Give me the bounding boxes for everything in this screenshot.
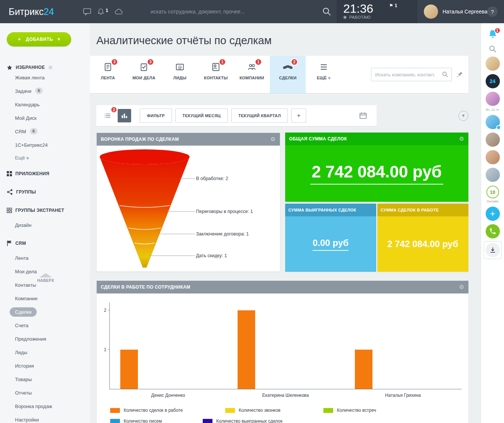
sidebar-item-live-feed[interactable]: Живая лента xyxy=(0,71,90,85)
sidebar-item-feed[interactable]: Лента xyxy=(0,252,90,265)
sidebar-item-1c-bitrix24[interactable]: 1С+Битрикс24 xyxy=(0,139,90,152)
chart-legend: Количество сделок в работе Количество зв… xyxy=(110,408,462,423)
scroll-to-top-button[interactable]: НАВЕРХ xyxy=(32,273,59,283)
avatar-24-badge[interactable]: 24 xyxy=(486,74,500,88)
clock-widget[interactable]: 21:36 ⚑1 ◉РАБОТАЮ xyxy=(337,0,417,23)
tab-deals[interactable]: 2 СДЕЛКИ xyxy=(270,56,306,93)
apps-header[interactable]: ПРИЛОЖЕНИЯ xyxy=(0,170,90,177)
groups-header[interactable]: ГРУППЫ xyxy=(0,188,90,196)
global-search-input[interactable] xyxy=(151,9,322,15)
avatar[interactable] xyxy=(486,133,500,147)
sidebar-item-label: Мой Диск xyxy=(15,115,36,121)
gear-icon[interactable]: ⚙ xyxy=(459,284,464,290)
legend-item: Количество встреч xyxy=(323,408,376,413)
avatar[interactable] xyxy=(486,92,500,106)
sidebar-item-label: Дизайн xyxy=(15,222,31,228)
legend-item: Количество звонков xyxy=(225,408,323,413)
report-toolbar: 2 ФИЛЬТР ТЕКУЩИЙ МЕСЯЦ ТЕКУЩИЙ КВАРТАЛ +… xyxy=(96,105,468,126)
add-period-button[interactable]: + xyxy=(291,109,306,123)
sidebar-item-products[interactable]: Товары xyxy=(0,373,90,386)
sidebar-item-crm[interactable]: CRM6 xyxy=(0,125,90,139)
sidebar-item-reports[interactable]: Отчеты xyxy=(0,386,90,400)
sidebar-item-history[interactable]: История xyxy=(0,359,90,373)
widget-title: СДЕЛКИ В РАБОТЕ ПО СОТРУДНИКАМ xyxy=(101,284,190,290)
rail-search-icon[interactable] xyxy=(489,45,497,53)
app-logo[interactable]: Битрикс24 xyxy=(0,6,83,17)
sidebar-item-sales-funnel[interactable]: Воронка продаж xyxy=(0,400,90,413)
tab-more[interactable]: ЕЩЁ ▼ xyxy=(306,56,342,93)
filter-button[interactable]: ФИЛЬТР xyxy=(140,109,172,123)
bar-denis[interactable] xyxy=(120,350,138,389)
sidebar-item-settings[interactable]: Настройки xyxy=(0,413,90,423)
avatar[interactable] xyxy=(486,150,500,164)
sidebar-item-tasks[interactable]: Задачи6 xyxy=(0,85,90,98)
tab-contacts[interactable]: 1 КОНТАКТЫ xyxy=(198,56,234,93)
search-icon[interactable] xyxy=(322,7,332,16)
rail-notifications-bell-icon[interactable]: 1 xyxy=(488,29,498,39)
list-view-toggle[interactable]: 2 xyxy=(101,109,114,122)
bar-ekaterina[interactable] xyxy=(238,310,255,389)
entity-search xyxy=(371,68,452,81)
sidebar-item-leads[interactable]: Лиды xyxy=(0,346,90,359)
gear-icon[interactable]: ⚙ xyxy=(459,136,464,142)
legend-item: Количество сделок в работе xyxy=(110,408,225,413)
notifications-bell-icon[interactable]: 1 xyxy=(97,8,108,15)
sidebar-item-companies[interactable]: Компании xyxy=(0,292,90,305)
total-sum-value[interactable]: 2 742 084.00 руб xyxy=(310,162,443,185)
tab-my-activities[interactable]: 3 МОИ ДЕЛА xyxy=(126,56,162,93)
download-button[interactable] xyxy=(486,243,500,257)
sidebar-item-invoices[interactable]: Счета xyxy=(0,319,90,332)
tab-leads[interactable]: @ ЛИДЫ xyxy=(162,56,198,93)
list-icon xyxy=(319,62,329,72)
sidebar-item-label: Ещё xyxy=(15,155,25,161)
invite-plus-button[interactable]: + xyxy=(486,207,500,221)
work-status[interactable]: ◉РАБОТАЮ xyxy=(343,15,411,19)
leads-icon: @ xyxy=(175,62,185,72)
phone-button[interactable] xyxy=(486,224,500,238)
sidebar-item-deals-selected[interactable]: Сделки xyxy=(0,305,90,319)
search-icon[interactable] xyxy=(442,71,449,78)
sidebar-item-label: Настройки xyxy=(15,417,39,423)
status-dot xyxy=(496,125,501,130)
tab-companies[interactable]: 1 КОМПАНИИ xyxy=(234,56,270,93)
avatar[interactable] xyxy=(486,168,500,182)
sidebar-item-quotes[interactable]: Предложения xyxy=(0,332,90,346)
messenger-icon[interactable] xyxy=(83,8,91,15)
won-sum-value[interactable]: 0.00 руб xyxy=(313,238,348,251)
online-count-badge[interactable]: 10 xyxy=(486,186,499,198)
tab-label: КОНТАКТЫ xyxy=(204,76,227,80)
y-axis-tick: 2 xyxy=(100,308,106,313)
avatar[interactable] xyxy=(486,115,500,129)
sidebar-item-more[interactable]: Ещё ▼ xyxy=(0,152,90,164)
sidebar-item-label: Контакты xyxy=(15,282,36,288)
sidebar-item-design[interactable]: Дизайн xyxy=(0,219,90,232)
legend-label: Количество звонков xyxy=(239,408,280,413)
legend-label: Количество писем xyxy=(124,419,162,423)
gear-icon[interactable]: ⚙ xyxy=(48,65,53,70)
avatar[interactable] xyxy=(486,57,500,71)
tab-badge: 3 xyxy=(111,58,118,66)
tab-feed[interactable]: 3 ЛЕНТА xyxy=(90,56,126,93)
extranet-groups-header[interactable]: ГРУППЫ ЭКСТРАНЕТ xyxy=(0,207,90,214)
bar-natalia[interactable] xyxy=(355,350,372,389)
gear-icon[interactable]: ⚙ xyxy=(271,137,276,142)
crm-section-header[interactable]: CRM xyxy=(0,240,90,247)
chevron-down-icon: ▼ xyxy=(328,76,331,80)
add-button[interactable]: + ДОБАВИТЬ ▼ xyxy=(7,32,71,46)
current-month-button[interactable]: ТЕКУЩИЙ МЕСЯЦ xyxy=(175,109,228,123)
sidebar-item-calendar[interactable]: Календарь xyxy=(0,98,90,112)
cloud-icon[interactable] xyxy=(115,9,123,15)
widget-title: СУММА СДЕЛОК В РАБОТЕ xyxy=(381,208,439,212)
pin-icon[interactable] xyxy=(457,71,463,77)
entity-search-input[interactable] xyxy=(371,68,452,81)
grid-icon xyxy=(7,208,12,213)
calendar-icon[interactable] xyxy=(359,111,368,120)
work-sum-value[interactable]: 2 742 084.00 руб xyxy=(387,239,458,249)
sidebar-item-label: Предложения xyxy=(15,336,46,342)
chart-view-toggle[interactable] xyxy=(118,109,131,122)
user-avatar[interactable] xyxy=(424,4,438,19)
collapse-button[interactable]: ▼ xyxy=(458,111,468,121)
sidebar-item-my-disk[interactable]: Мой Диск xyxy=(0,112,90,125)
current-quarter-button[interactable]: ТЕКУЩИЙ КВАРТАЛ xyxy=(231,109,288,123)
help-button[interactable]: ? xyxy=(487,6,498,17)
